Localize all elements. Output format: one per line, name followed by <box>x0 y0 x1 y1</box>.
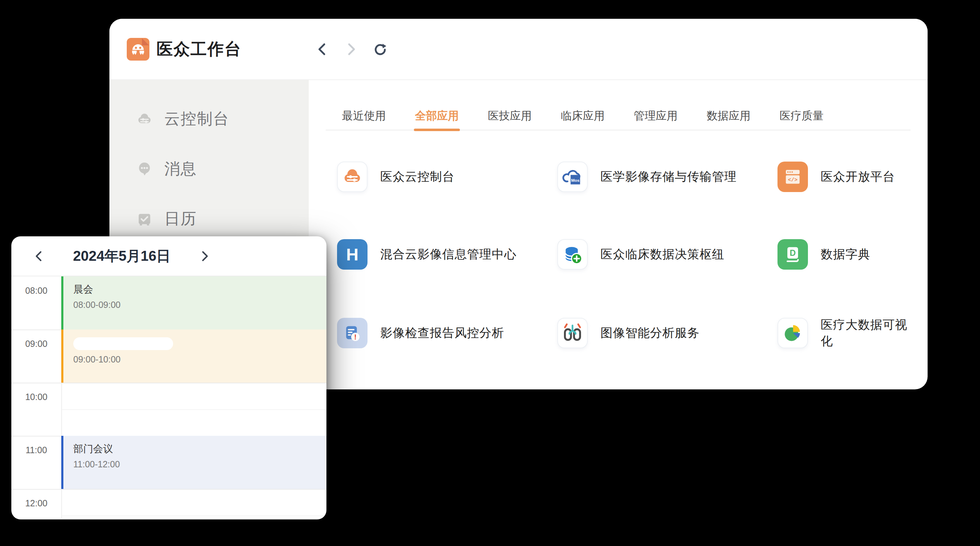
tab-clinical[interactable]: 临床应用 <box>561 109 605 130</box>
tab-all-apps[interactable]: 全部应用 <box>415 109 459 130</box>
calendar-header: 2024年5月16日 <box>11 236 326 276</box>
app-label: 医众临床数据决策枢纽 <box>600 246 724 263</box>
app-label: 数据字典 <box>821 246 870 263</box>
half-hour-gridline <box>62 516 326 516</box>
lungs-ai-icon <box>557 318 588 348</box>
messages-icon <box>136 161 153 177</box>
time-label: 12:00 <box>11 498 61 508</box>
app-label: 医众云控制台 <box>380 169 455 185</box>
sidebar-item-label: 日历 <box>164 208 197 229</box>
window-title: 医众工作台 <box>156 38 242 60</box>
time-label: 08:00 <box>11 286 61 296</box>
forward-icon[interactable] <box>344 42 358 56</box>
app-label: 图像智能分析服务 <box>600 325 700 341</box>
app-label: 影像检查报告风控分析 <box>380 325 504 341</box>
app-image-ai-analysis[interactable]: 图像智能分析服务 <box>557 317 778 350</box>
app-grid: 医众云控制台 Mos 医学影像存储与传输管理 <box>326 161 911 350</box>
app-logo-icon <box>127 38 150 61</box>
tab-management[interactable]: 管理应用 <box>634 109 678 130</box>
svg-text:D: D <box>789 248 795 258</box>
calendar-event-redacted[interactable]: 09:00-10:00 <box>61 329 326 383</box>
time-label: 09:00 <box>11 339 61 349</box>
calendar-day-view: 08:00 09:00 10:00 11:00 12:00 晨会 08:00-0… <box>11 276 326 519</box>
app-imaging-storage[interactable]: Mos 医学影像存储与传输管理 <box>557 161 778 192</box>
tab-recent[interactable]: 最近使用 <box>342 109 386 130</box>
app-label: 混合云影像信息管理中心 <box>380 246 517 263</box>
app-open-platform[interactable]: </> 医众开放平台 <box>778 161 911 192</box>
calendar-panel: 2024年5月16日 08:00 09:00 10:00 11:00 12:00… <box>11 236 326 519</box>
event-time: 11:00-12:00 <box>73 459 326 469</box>
tab-quality[interactable]: 医疗质量 <box>780 109 824 130</box>
event-title: 部门会议 <box>73 443 326 455</box>
sidebar-item-label: 云控制台 <box>164 109 229 129</box>
app-label: 医众开放平台 <box>821 169 895 185</box>
browser-nav <box>315 42 387 56</box>
back-icon[interactable] <box>315 42 329 56</box>
cloud-storage-icon: Mos <box>557 161 588 192</box>
svg-text:!: ! <box>354 333 356 341</box>
half-hour-gridline <box>62 409 326 410</box>
svg-text:Mos: Mos <box>571 178 579 182</box>
calendar-date-title: 2024年5月16日 <box>45 246 198 266</box>
app-label: 医学影像存储与传输管理 <box>600 169 737 185</box>
svg-text:H: H <box>346 245 359 264</box>
clinical-database-icon <box>557 239 588 270</box>
calendar-event-department-meeting[interactable]: 部门会议 11:00-12:00 <box>61 436 326 489</box>
app-hybrid-cloud-center[interactable]: H 混合云影像信息管理中心 <box>337 239 557 270</box>
tab-medtech[interactable]: 医技应用 <box>488 109 532 130</box>
app-report-risk-analysis[interactable]: ! 影像检查报告风控分析 <box>337 317 557 350</box>
pie-chart-icon <box>778 318 808 348</box>
sidebar-item-label: 消息 <box>164 158 197 179</box>
refresh-icon[interactable] <box>373 42 387 56</box>
time-label: 10:00 <box>11 392 61 402</box>
event-title: 晨会 <box>73 283 326 295</box>
event-time: 08:00-09:00 <box>73 300 326 310</box>
redacted-event-title <box>73 337 173 350</box>
hour-gridline <box>11 383 326 383</box>
sidebar-item-messages[interactable]: 消息 <box>110 158 309 180</box>
app-cloud-console[interactable]: 医众云控制台 <box>337 161 557 192</box>
hybrid-cloud-icon: H <box>337 239 368 270</box>
calendar-event-morning-meeting[interactable]: 晨会 08:00-09:00 <box>61 276 326 329</box>
app-category-tabs: 最近使用 全部应用 医技应用 临床应用 管理应用 数据应用 医疗质量 <box>326 109 911 130</box>
event-time: 09:00-10:00 <box>73 354 326 365</box>
app-big-data-visualization[interactable]: 医疗大数据可视化 <box>778 317 911 350</box>
sidebar-item-cloud-console[interactable]: 云控制台 <box>110 108 309 130</box>
data-dictionary-icon: D <box>778 239 808 270</box>
app-data-dictionary[interactable]: D 数据字典 <box>778 239 911 270</box>
cloud-console-icon <box>136 111 153 127</box>
calendar-next-icon[interactable] <box>198 250 210 262</box>
hour-gridline <box>11 489 326 490</box>
window-header: 医众工作台 <box>110 19 928 80</box>
sidebar-item-calendar[interactable]: 日历 <box>110 208 309 230</box>
open-platform-icon: </> <box>778 161 808 192</box>
calendar-prev-icon[interactable] <box>33 250 45 262</box>
svg-text:</>: </> <box>788 177 797 183</box>
cloud-sliders-icon <box>337 161 368 192</box>
content-area: 最近使用 全部应用 医技应用 临床应用 管理应用 数据应用 医疗质量 <box>309 80 928 389</box>
tab-data[interactable]: 数据应用 <box>707 109 751 130</box>
report-risk-icon: ! <box>337 318 368 348</box>
time-label: 11:00 <box>11 445 61 455</box>
app-clinical-data-hub[interactable]: 医众临床数据决策枢纽 <box>557 239 778 270</box>
calendar-icon <box>136 211 153 227</box>
app-label: 医疗大数据可视化 <box>821 317 911 350</box>
